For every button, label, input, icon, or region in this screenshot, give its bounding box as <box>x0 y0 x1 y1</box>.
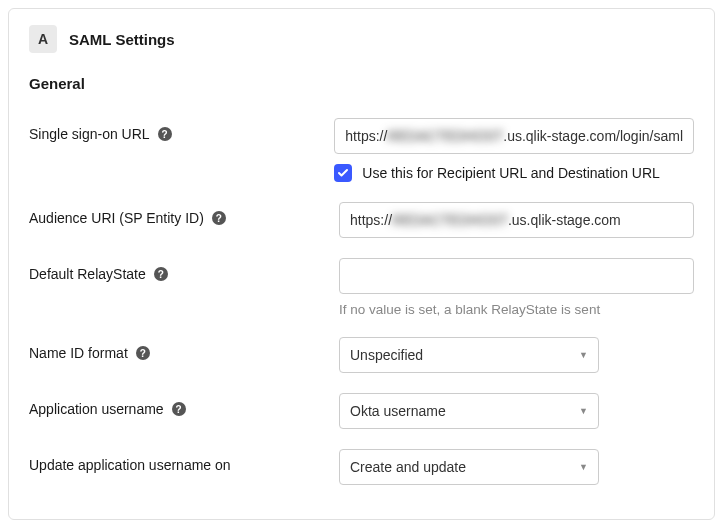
help-icon[interactable]: ? <box>158 127 172 141</box>
caret-down-icon: ▼ <box>579 406 588 416</box>
section-heading: General <box>29 75 694 92</box>
label-col: Application username ? <box>29 393 339 417</box>
audience-uri-redacted: REDACTEDHOST <box>392 212 508 228</box>
update-username-on-select[interactable]: Create and update ▼ <box>339 449 599 485</box>
sso-url-redacted: REDACTEDHOST <box>387 128 503 144</box>
audience-uri-prefix: https:// <box>350 212 392 228</box>
name-id-format-label: Name ID format <box>29 345 128 361</box>
relay-state-label: Default RelayState <box>29 266 146 282</box>
avatar: A <box>29 25 57 53</box>
update-username-on-value: Create and update <box>350 459 466 475</box>
help-icon[interactable]: ? <box>136 346 150 360</box>
help-icon[interactable]: ? <box>154 267 168 281</box>
row-name-id-format: Name ID format ? Unspecified ▼ <box>29 337 694 373</box>
relay-state-helper: If no value is set, a blank RelayState i… <box>339 302 694 317</box>
app-username-select[interactable]: Okta username ▼ <box>339 393 599 429</box>
page-title: SAML Settings <box>69 31 175 48</box>
field-col: https://REDACTEDHOST.us.qlik-stage.com/l… <box>334 118 694 182</box>
app-username-value: Okta username <box>350 403 446 419</box>
audience-uri-label: Audience URI (SP Entity ID) <box>29 210 204 226</box>
app-username-label: Application username <box>29 401 164 417</box>
help-icon[interactable]: ? <box>212 211 226 225</box>
row-audience-uri: Audience URI (SP Entity ID) ? https://RE… <box>29 202 694 238</box>
field-col: Create and update ▼ <box>339 449 694 485</box>
sso-url-suffix: .us.qlik-stage.com/login/saml <box>503 128 683 144</box>
saml-settings-panel: A SAML Settings General Single sign-on U… <box>8 8 715 520</box>
caret-down-icon: ▼ <box>579 350 588 360</box>
sso-url-input[interactable]: https://REDACTEDHOST.us.qlik-stage.com/l… <box>334 118 694 154</box>
check-icon <box>337 167 349 179</box>
audience-uri-input[interactable]: https://REDACTEDHOST.us.qlik-stage.com <box>339 202 694 238</box>
avatar-letter: A <box>38 31 48 47</box>
name-id-format-select[interactable]: Unspecified ▼ <box>339 337 599 373</box>
sso-url-prefix: https:// <box>345 128 387 144</box>
label-col: Single sign-on URL ? <box>29 118 334 142</box>
audience-uri-suffix: .us.qlik-stage.com <box>508 212 621 228</box>
row-sso-url: Single sign-on URL ? https://REDACTEDHOS… <box>29 118 694 182</box>
field-col: Okta username ▼ <box>339 393 694 429</box>
label-col: Audience URI (SP Entity ID) ? <box>29 202 339 226</box>
field-col: Unspecified ▼ <box>339 337 694 373</box>
recipient-url-checkbox-label: Use this for Recipient URL and Destinati… <box>362 165 660 181</box>
caret-down-icon: ▼ <box>579 462 588 472</box>
label-col: Default RelayState ? <box>29 258 339 282</box>
label-col: Update application username on <box>29 449 339 473</box>
sso-url-label: Single sign-on URL <box>29 126 150 142</box>
row-app-username: Application username ? Okta username ▼ <box>29 393 694 429</box>
update-username-on-label: Update application username on <box>29 457 231 473</box>
field-col: https://REDACTEDHOST.us.qlik-stage.com <box>339 202 694 238</box>
row-relay-state: Default RelayState ? If no value is set,… <box>29 258 694 317</box>
recipient-url-checkbox[interactable] <box>334 164 352 182</box>
name-id-format-value: Unspecified <box>350 347 423 363</box>
label-col: Name ID format ? <box>29 337 339 361</box>
panel-header: A SAML Settings <box>29 25 694 53</box>
field-col: If no value is set, a blank RelayState i… <box>339 258 694 317</box>
help-icon[interactable]: ? <box>172 402 186 416</box>
row-update-username-on: Update application username on Create an… <box>29 449 694 485</box>
recipient-url-checkbox-row: Use this for Recipient URL and Destinati… <box>334 164 694 182</box>
relay-state-input[interactable] <box>339 258 694 294</box>
